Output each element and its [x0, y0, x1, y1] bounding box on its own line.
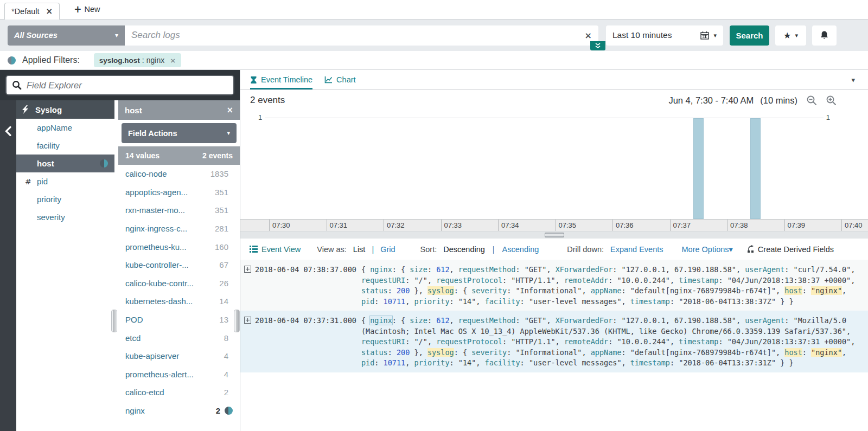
double-chevron-down-icon [595, 43, 601, 49]
event-json: { nginx: { size: 612, requestMethod: "GE… [361, 265, 855, 307]
value-count: 1835 [210, 169, 228, 178]
field-toggle-icon[interactable] [225, 407, 233, 415]
numeric-field-icon: # [25, 177, 37, 186]
new-tab-label: New [84, 5, 100, 14]
value-item-nginx[interactable]: nginx2 [118, 402, 240, 420]
sort-label: Sort: [420, 245, 437, 254]
field-values-close-icon[interactable]: × [226, 105, 233, 115]
value-name: POD [125, 315, 219, 324]
view-tab-bar: *Default × + New [0, 0, 868, 20]
field-item-facility[interactable]: facility [16, 137, 114, 155]
value-name: calico-node [125, 169, 210, 178]
event-row-1[interactable]: 2018-06-04 07:37:31.000{ nginx: { size: … [240, 311, 868, 372]
value-item-kubernetes-dash[interactable]: kubernetes-dash...14 [118, 292, 240, 311]
value-item-prometheus-ku[interactable]: prometheus-ku...160 [118, 237, 240, 256]
column-resize-handle[interactable] [111, 310, 117, 332]
value-item-calico-node[interactable]: calico-node1835 [118, 165, 240, 183]
value-item-prometheus-alert[interactable]: prometheus-alert...4 [118, 365, 240, 384]
expand-events-link[interactable]: Expand Events [610, 245, 663, 254]
zoom-out-button[interactable] [806, 95, 817, 106]
chevron-down-icon: ▾ [115, 31, 118, 39]
expand-event-icon[interactable] [244, 266, 251, 273]
zoom-in-icon [826, 95, 837, 106]
field-values-header: host × [118, 100, 240, 120]
chart-tabs: Event Timeline Chart ▾ [240, 70, 868, 90]
value-name: nginx [125, 406, 216, 415]
collapse-chart-icon[interactable]: ▾ [851, 76, 855, 84]
x-axis: 07:3007:3107:3207:3307:3407:3507:3607:37… [240, 219, 868, 231]
field-item-severity[interactable]: severity [16, 208, 114, 226]
value-item-rxn-master-mo[interactable]: rxn-master-mo...351 [118, 201, 240, 220]
favorites-dropdown-button[interactable]: ★ ▾ [775, 25, 806, 46]
timeline-bar-073730[interactable] [693, 118, 704, 219]
time-range-text: Jun 4, 7:30 - 7:40 AM [668, 95, 754, 106]
value-item-kube-controller-[interactable]: kube-controller-...67 [118, 256, 240, 274]
new-tab-button[interactable]: + New [74, 4, 100, 15]
value-item-calico-etcd[interactable]: calico-etcd2 [118, 383, 240, 402]
zoom-in-button[interactable] [826, 95, 837, 106]
event-row-0[interactable]: 2018-06-04 07:38:37.000{ nginx: { size: … [240, 260, 868, 311]
event-json-line: { nginx: { size: 612, requestMethod: "GE… [361, 316, 855, 326]
sources-dropdown[interactable]: All Sources ▾ [8, 25, 125, 46]
field-explorer-input[interactable] [27, 80, 228, 91]
field-list: appNamefacilityhost#pidpriorityseverity [16, 119, 114, 226]
field-toggle-icon[interactable] [100, 159, 108, 168]
field-item-priority[interactable]: priority [16, 190, 114, 208]
tab-event-timeline[interactable]: Event Timeline [250, 70, 312, 89]
value-name: appoptics-agen... [125, 188, 215, 197]
field-values-list: calico-node1835appoptics-agen...351rxn-m… [118, 165, 240, 420]
sort-ascending[interactable]: Ascending [502, 245, 539, 254]
value-name: calico-etcd [125, 388, 224, 397]
value-item-etcd[interactable]: etcd8 [118, 329, 240, 347]
value-item-kube-apiserver[interactable]: kube-apiserver4 [118, 347, 240, 365]
view-as-list[interactable]: List [353, 245, 366, 254]
axis-tick-0732: 07:32 [384, 220, 405, 231]
value-item-appoptics-agen[interactable]: appoptics-agen...351 [118, 183, 240, 202]
y-axis-max-left: 1 [258, 113, 262, 121]
field-name: facility [37, 141, 108, 150]
tab-chart[interactable]: Chart [324, 70, 355, 89]
value-item-POD[interactable]: POD13 [118, 311, 240, 329]
search-button[interactable]: Search [730, 25, 769, 46]
time-range-picker[interactable]: Last 10 minutes ▾ [606, 25, 723, 46]
event-timestamp: 2018-06-04 07:37:31.000 [255, 316, 356, 326]
collapse-panel-icon[interactable] [5, 126, 11, 136]
more-options-dropdown[interactable]: More Options▾ [682, 245, 733, 254]
search-input[interactable] [131, 30, 585, 41]
separator: | [493, 245, 495, 254]
create-derived-fields-button[interactable]: Create Derived Fields [747, 245, 834, 254]
create-derived-fields-icon [747, 245, 756, 253]
expand-event-icon[interactable] [244, 317, 251, 324]
syslog-group-header[interactable]: Syslog [16, 100, 114, 119]
field-item-host[interactable]: host [16, 155, 114, 172]
filter-chip-close-icon[interactable]: × [170, 56, 176, 65]
tab-default[interactable]: *Default × [4, 3, 60, 20]
expand-search-button[interactable] [590, 41, 605, 50]
axis-tick-0738: 07:38 [727, 220, 748, 231]
event-json-line: requestURI: "/", requestProtocol: "HTTP/… [361, 275, 855, 286]
results-panel: Event Timeline Chart ▾ 2 events Jun 4, 7… [240, 70, 868, 431]
view-as-grid[interactable]: Grid [380, 245, 395, 254]
field-item-appName[interactable]: appName [16, 119, 114, 137]
alerts-button[interactable] [812, 25, 837, 46]
timeline-plot[interactable]: 1 1 [240, 111, 868, 219]
field-actions-dropdown[interactable]: Field Actions ▾ [122, 123, 237, 143]
view-as-label: View as: [317, 245, 347, 254]
field-item-pid[interactable]: #pid [16, 172, 114, 190]
panel-resize-handle[interactable] [234, 310, 240, 332]
timeline-scroll-handle[interactable] [545, 233, 564, 237]
tab-close-icon[interactable]: × [46, 7, 53, 16]
timeline-bar-073830[interactable] [750, 118, 761, 219]
value-count: 14 [219, 297, 228, 306]
value-count: 2 [224, 388, 228, 397]
axis-tick-0730: 07:30 [269, 220, 290, 231]
field-name: appName [37, 123, 108, 132]
filter-chip[interactable]: syslog.host : nginx × [94, 53, 181, 67]
value-item-calico-kube-contr[interactable]: calico-kube-contr...26 [118, 274, 240, 293]
event-json-line: pid: 10711, priority: "14", facility: "u… [361, 297, 855, 307]
axis-tick-0737: 07:37 [670, 220, 691, 231]
value-item-nginx-ingress-c[interactable]: nginx-ingress-c...281 [118, 220, 240, 238]
column-gap [114, 100, 118, 431]
search-clear-icon[interactable]: × [585, 30, 592, 41]
sort-descending[interactable]: Descending [443, 245, 485, 254]
